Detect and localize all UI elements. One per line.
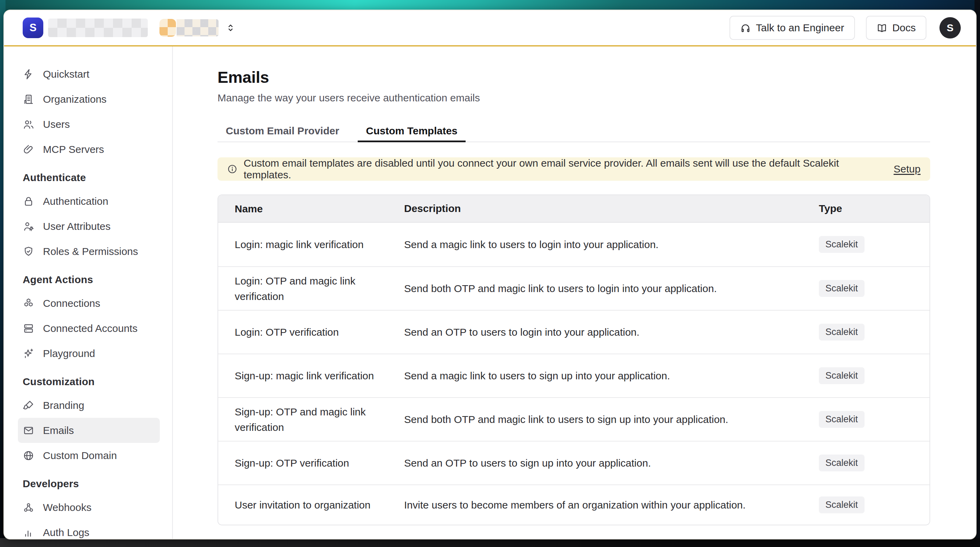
shield-check-icon [23,246,34,258]
template-name: Sign-up: OTP and magic link verification [218,404,404,435]
desktop-background: S Talk to an Engineer [0,0,980,547]
template-name: Login: OTP verification [218,324,404,340]
sidebar-item-quickstart[interactable]: Quickstart [18,62,160,87]
page-title: Emails [218,68,930,87]
headphones-icon [740,23,751,33]
banner-text: Custom email templates are disabled unti… [243,157,888,181]
sidebar-label: Quickstart [43,68,89,80]
table-header-row: Name Description Type [218,195,929,223]
webhook-icon [23,502,34,513]
sidebar: Quickstart Organizations Users MCP Serve… [4,46,173,539]
template-description: Send both OTP and magic link to users to… [404,283,819,294]
page-subtitle: Manage the way your users receive authen… [218,92,930,104]
tab-bar: Custom Email Provider Custom Templates [218,120,930,142]
sidebar-label: MCP Servers [43,144,104,155]
paintbrush-icon [23,399,34,411]
users-icon [23,119,34,130]
app-window: S Talk to an Engineer [3,10,977,539]
bar-chart-icon [23,527,34,538]
type-badge: Scalekit [819,367,865,384]
sidebar-label: Custom Domain [43,450,117,461]
type-badge: Scalekit [819,411,865,428]
template-description: Send both OTP and magic link to users to… [404,414,819,425]
paperclip-icon [23,144,34,155]
sidebar-label: Branding [43,399,84,411]
sidebar-item-authentication[interactable]: Authentication [18,189,160,214]
sidebar-item-users[interactable]: Users [18,112,160,137]
top-bar: S Talk to an Engineer [4,10,976,46]
template-description: Send an OTP to users to login into your … [404,326,819,338]
stacked-rows-icon [23,323,34,334]
sidebar-label: Organizations [43,94,107,105]
type-badge: Scalekit [819,236,865,253]
talk-to-engineer-button[interactable]: Talk to an Engineer [730,16,855,40]
sidebar-item-mcp-servers[interactable]: MCP Servers [18,137,160,162]
sidebar-label: Roles & Permissions [43,246,138,258]
sidebar-item-user-attributes[interactable]: User Attributes [18,214,160,239]
sidebar-item-webhooks[interactable]: Webhooks [18,495,160,520]
sidebar-section-customization: Customization [4,371,172,393]
mail-icon [23,425,34,436]
tab-custom-email-provider[interactable]: Custom Email Provider [218,120,347,142]
user-gear-icon [23,221,34,232]
template-description: Invite users to become members of an org… [404,499,819,511]
table-row[interactable]: Sign-up: OTP verification Send an OTP to… [218,441,929,485]
sidebar-item-branding[interactable]: Branding [18,393,160,418]
book-open-icon [877,23,887,33]
table-row[interactable]: Login: magic link verification Send a ma… [218,223,929,266]
table-row[interactable]: Sign-up: OTP and magic link verification… [218,397,929,441]
sidebar-section-developers: Developers [4,473,172,495]
sidebar-label: Auth Logs [43,527,89,538]
docs-button[interactable]: Docs [866,16,926,40]
docs-label: Docs [892,22,916,34]
sidebar-item-playground[interactable]: Playground [18,341,160,366]
globe-icon [23,450,34,461]
sidebar-item-roles-permissions[interactable]: Roles & Permissions [18,239,160,264]
building-icon [23,94,34,105]
lock-icon [23,196,34,207]
sidebar-label: Connections [43,297,100,309]
user-avatar[interactable]: S [939,17,961,38]
sidebar-section-authenticate: Authenticate [4,167,172,189]
sidebar-item-organizations[interactable]: Organizations [18,87,160,112]
table-row[interactable]: User invitation to organization Invite u… [218,485,929,525]
unfold-chevrons-icon[interactable] [225,22,236,34]
sidebar-label: Playground [43,348,95,359]
info-banner: Custom email templates are disabled unti… [218,157,930,181]
workspace-name-redacted [48,19,148,37]
template-name: Login: OTP and magic link verification [218,273,404,304]
table-row[interactable]: Login: OTP and magic link verification S… [218,266,929,310]
template-description: Send an OTP to users to sign up into you… [404,457,819,469]
template-name: Login: magic link verification [218,237,404,252]
type-badge: Scalekit [819,455,865,471]
template-name: User invitation to organization [218,497,404,513]
template-name: Sign-up: OTP verification [218,455,404,471]
info-icon [227,164,237,174]
column-header-description: Description [404,203,819,215]
sidebar-label: User Attributes [43,221,111,232]
table-row[interactable]: Login: OTP verification Send an OTP to u… [218,310,929,353]
sidebar-item-emails[interactable]: Emails [18,418,160,443]
tab-custom-templates[interactable]: Custom Templates [358,120,466,142]
sidebar-label: Connected Accounts [43,323,137,334]
type-badge: Scalekit [819,324,865,340]
environment-switcher[interactable] [159,19,218,37]
setup-link[interactable]: Setup [894,163,921,175]
column-header-type: Type [819,203,929,215]
sidebar-item-connected-accounts[interactable]: Connected Accounts [18,316,160,341]
main-content: Emails Manage the way your users receive… [173,46,976,539]
sidebar-label: Emails [43,425,74,436]
template-name: Sign-up: magic link verification [218,368,404,383]
environment-badge-redacted [159,19,176,37]
table-row[interactable]: Sign-up: magic link verification Send a … [218,353,929,397]
type-badge: Scalekit [819,280,865,297]
sidebar-label: Webhooks [43,502,91,513]
sidebar-label: Authentication [43,196,108,207]
sidebar-item-connections[interactable]: Connections [18,291,160,316]
templates-table: Name Description Type Login: magic link … [218,194,930,525]
talk-to-engineer-label: Talk to an Engineer [756,22,844,34]
sidebar-item-custom-domain[interactable]: Custom Domain [18,443,160,468]
scalekit-logo[interactable]: S [23,17,43,38]
sidebar-label: Users [43,119,70,130]
sidebar-item-auth-logs[interactable]: Auth Logs [18,520,160,539]
